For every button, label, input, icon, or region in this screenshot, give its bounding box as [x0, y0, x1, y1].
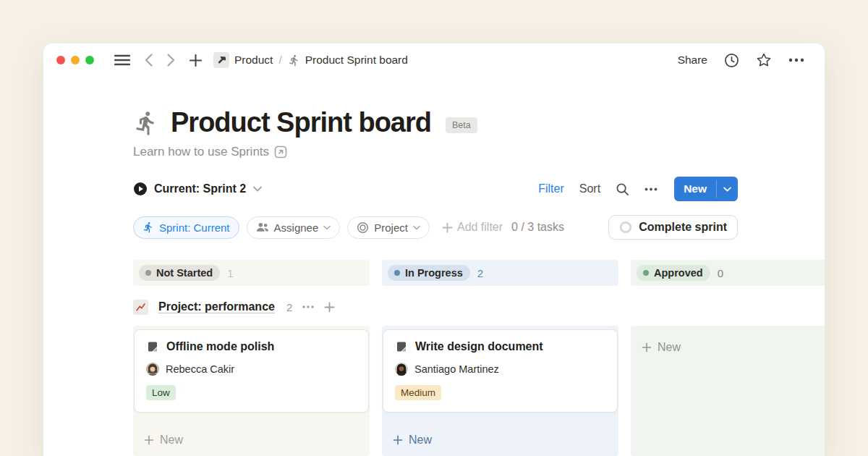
external-link-icon: [274, 145, 287, 159]
app-window: Product / Product Sprint board Share: [43, 43, 825, 456]
zoom-window-button[interactable]: [85, 56, 94, 64]
target-icon: [357, 221, 369, 234]
column-count: 0: [718, 267, 723, 279]
assignee-filter-chip[interactable]: Assignee: [247, 216, 341, 239]
task-card[interactable]: Write design document Santiago Martinez …: [383, 329, 618, 413]
board-columns: Offline mode polish Rebecca Cakir Low Ne…: [133, 326, 825, 456]
sprint-view-selector[interactable]: Current: Sprint 2: [133, 182, 262, 196]
page-header: Product Sprint board Beta: [43, 107, 825, 138]
plus-icon: [442, 222, 453, 233]
column-header-approved[interactable]: Approved 0: [631, 260, 825, 286]
view-options-icon[interactable]: [644, 187, 658, 191]
add-card-button[interactable]: New: [383, 428, 618, 452]
chevron-down-icon: [413, 225, 420, 230]
breadcrumb-separator: /: [278, 54, 281, 67]
new-button[interactable]: New: [674, 177, 738, 201]
column-in-progress: Write design document Santiago Martinez …: [382, 326, 618, 456]
project-chip-label: Project: [374, 221, 408, 234]
favorite-star-icon[interactable]: [756, 52, 772, 68]
plus-icon: [393, 435, 403, 445]
breadcrumb-root[interactable]: Product: [234, 54, 273, 67]
search-icon[interactable]: [616, 182, 629, 196]
beta-badge: Beta: [446, 117, 477, 133]
plus-icon: [144, 435, 154, 445]
column-name: In Progress: [405, 267, 463, 279]
back-icon[interactable]: [145, 54, 153, 67]
sprint-filter-chip[interactable]: Sprint: Current: [133, 216, 239, 239]
priority-tag: Medium: [395, 385, 441, 400]
forward-icon[interactable]: [167, 54, 175, 67]
more-options-icon[interactable]: [788, 58, 804, 62]
kanban-board: Not Started 1 In Progress 2 Approved 0 P…: [133, 260, 825, 456]
window-controls: [56, 56, 94, 64]
priority-tag: Low: [146, 385, 176, 400]
help-link-label[interactable]: Learn how to use Sprints: [133, 145, 269, 159]
page-title: Product Sprint board: [171, 107, 431, 138]
card-assignee: Santiago Martinez: [414, 363, 499, 375]
card-title[interactable]: Offline mode polish: [166, 340, 274, 353]
group-label[interactable]: Project: performance: [158, 300, 275, 313]
help-link[interactable]: Learn how to use Sprints: [43, 145, 825, 159]
group-row-project-performance: Project: performance 2: [133, 294, 806, 320]
card-assignee: Rebecca Cakir: [166, 363, 234, 375]
close-window-button[interactable]: [56, 56, 65, 64]
sprint-icon: [142, 221, 154, 233]
chart-page-icon: [133, 300, 148, 315]
card-title[interactable]: Write design document: [415, 340, 543, 353]
new-page-icon[interactable]: [190, 54, 202, 67]
play-circle-icon: [133, 182, 148, 196]
group-add-icon[interactable]: [324, 302, 335, 313]
project-filter-chip[interactable]: Project: [347, 216, 430, 239]
titlebar: Product / Product Sprint board Share: [43, 43, 825, 77]
task-card[interactable]: Offline mode polish Rebecca Cakir Low: [134, 329, 369, 413]
page-content: Product Sprint board Beta Learn how to u…: [43, 77, 825, 456]
complete-sprint-button[interactable]: Complete sprint: [608, 215, 738, 240]
breadcrumb: Product / Product Sprint board: [213, 52, 408, 68]
add-card-label: New: [160, 434, 183, 447]
avatar: [395, 363, 408, 376]
sprint-view-label: Current: Sprint 2: [154, 182, 246, 195]
add-card-button[interactable]: New: [134, 428, 369, 452]
column-name: Approved: [654, 267, 703, 279]
group-count: 2: [286, 301, 292, 313]
add-filter-label: Add filter: [457, 221, 503, 234]
chevron-down-icon: [323, 225, 331, 230]
filter-button[interactable]: Filter: [538, 182, 564, 195]
minimize-window-button[interactable]: [71, 56, 80, 64]
add-card-button[interactable]: New: [631, 335, 825, 360]
new-button-label[interactable]: New: [674, 177, 716, 201]
sort-button[interactable]: Sort: [579, 182, 600, 195]
group-options-icon[interactable]: [302, 305, 314, 308]
complete-sprint-label: Complete sprint: [639, 221, 727, 234]
history-clock-icon[interactable]: [724, 53, 739, 68]
view-toolbar: Current: Sprint 2 Filter Sort New: [43, 177, 825, 201]
task-counter: 0 / 3 tasks: [511, 221, 564, 234]
column-header-in-progress[interactable]: In Progress 2: [382, 260, 618, 286]
add-filter-button[interactable]: Add filter: [442, 221, 503, 234]
status-dot: [394, 270, 400, 276]
column-approved: New: [631, 326, 825, 456]
plus-icon: [642, 342, 652, 352]
column-header-not-started[interactable]: Not Started 1: [133, 260, 370, 286]
column-not-started: Offline mode polish Rebecca Cakir Low Ne…: [133, 326, 370, 456]
sidebar-menu-icon[interactable]: [114, 54, 130, 66]
sprint-board-title-icon: [133, 110, 159, 136]
new-button-caret-icon[interactable]: [717, 177, 738, 201]
filter-bar: Sprint: Current Assignee Project: [43, 215, 825, 240]
column-headers: Not Started 1 In Progress 2 Approved 0: [133, 260, 825, 286]
sprint-board-icon: [288, 54, 300, 67]
status-dot: [145, 270, 151, 276]
column-count: 1: [227, 267, 233, 279]
add-card-label: New: [409, 434, 432, 447]
share-button[interactable]: Share: [678, 54, 707, 67]
progress-ring-icon: [619, 221, 632, 234]
product-page-icon[interactable]: [213, 52, 229, 68]
add-card-label: New: [658, 341, 681, 354]
page-icon: [146, 340, 159, 353]
status-dot: [643, 270, 649, 276]
chevron-down-icon: [253, 186, 262, 192]
assignee-chip-label: Assignee: [274, 221, 319, 234]
people-icon: [256, 221, 269, 233]
breadcrumb-current[interactable]: Product Sprint board: [305, 54, 408, 67]
sprint-chip-label: Sprint: Current: [159, 221, 230, 234]
